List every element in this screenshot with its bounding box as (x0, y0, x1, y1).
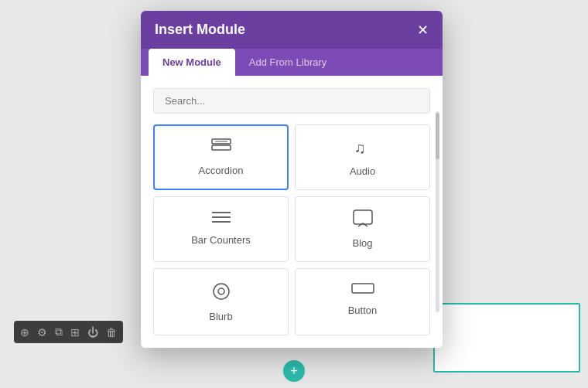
module-item-button[interactable]: Button (295, 268, 430, 335)
bar-counters-icon (210, 209, 232, 228)
columns-icon[interactable]: ⊞ (70, 326, 80, 339)
module-item-bar-counters[interactable]: Bar Counters (153, 196, 289, 262)
svg-rect-10 (352, 284, 374, 293)
svg-rect-7 (354, 210, 372, 224)
tab-new-module[interactable]: New Module (149, 49, 235, 76)
modal-body: Accordion ♫ Audio (141, 76, 443, 348)
power-icon[interactable]: ⏻ (87, 326, 98, 339)
modal-title: Insert Module (155, 22, 245, 38)
svg-rect-1 (212, 145, 231, 150)
audio-icon: ♫ (353, 138, 373, 159)
bottom-add-section-button[interactable] (283, 360, 305, 382)
modal-header: Insert Module ✕ (141, 11, 443, 49)
insert-module-modal[interactable]: Insert Module ✕ New Module Add From Libr… (141, 11, 443, 348)
modal-close-button[interactable]: ✕ (417, 23, 429, 37)
module-grid: Accordion ♫ Audio (153, 124, 430, 335)
button-label: Button (348, 305, 378, 316)
svg-text:♫: ♫ (354, 139, 366, 156)
move-icon[interactable]: ⊕ (20, 326, 29, 339)
accordion-icon (211, 138, 231, 158)
teal-content-box (433, 303, 580, 373)
duplicate-icon[interactable]: ⧉ (55, 325, 63, 339)
blurb-label: Blurb (209, 311, 232, 322)
module-item-blurb[interactable]: Blurb (153, 268, 289, 335)
blurb-icon (211, 281, 231, 305)
bar-counters-label: Bar Counters (191, 234, 251, 246)
element-toolbar: ⊕ ⚙ ⧉ ⊞ ⏻ 🗑 (14, 321, 123, 343)
svg-point-9 (218, 288, 224, 294)
audio-label: Audio (350, 165, 375, 177)
modal-tab-bar: New Module Add From Library (141, 49, 443, 76)
module-item-audio[interactable]: ♫ Audio (295, 124, 430, 190)
blog-label: Blog (352, 237, 372, 249)
modal-scrollbar[interactable] (436, 111, 439, 312)
modal-scrollbar-thumb (436, 113, 439, 159)
button-icon (351, 281, 374, 298)
module-item-accordion[interactable]: Accordion (153, 124, 289, 190)
accordion-label: Accordion (199, 165, 244, 176)
tab-add-from-library[interactable]: Add From Library (235, 49, 340, 76)
module-item-blog[interactable]: Blog (295, 196, 430, 262)
blog-icon (353, 209, 373, 231)
delete-icon[interactable]: 🗑 (106, 326, 117, 339)
search-input[interactable] (153, 88, 430, 114)
settings-icon[interactable]: ⚙ (37, 326, 47, 339)
